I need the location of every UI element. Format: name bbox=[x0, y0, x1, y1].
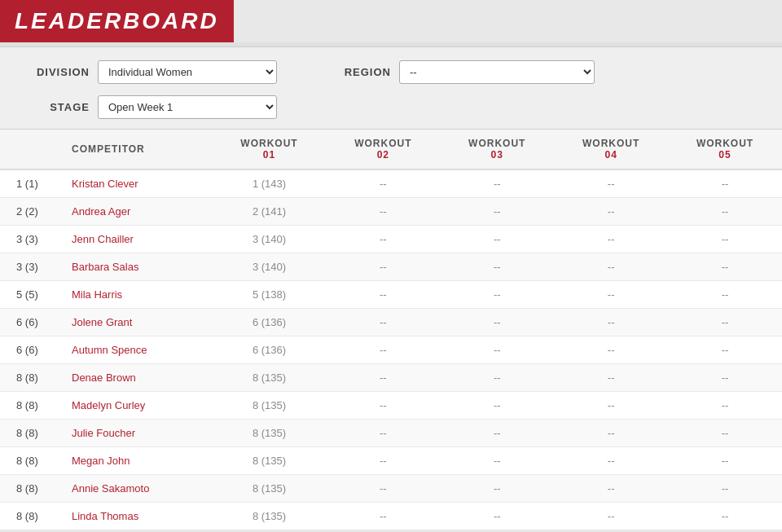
w01-cell: 3 (140) bbox=[213, 226, 327, 253]
page-title: LEADERBOARD bbox=[15, 8, 219, 33]
region-label: REGION bbox=[342, 66, 391, 78]
table-row: 1 (1)Kristan Clever1 (143)-------- bbox=[0, 169, 782, 198]
w05-cell: -- bbox=[668, 198, 782, 226]
col-header-w02: WORKOUT02 bbox=[326, 130, 440, 169]
name-cell[interactable]: Annie Sakamoto bbox=[65, 475, 213, 503]
w04-cell: -- bbox=[554, 309, 668, 336]
w01-cell: 6 (136) bbox=[213, 309, 327, 336]
name-cell[interactable]: Jenn Chailler bbox=[65, 226, 213, 253]
rank-cell: 8 (8) bbox=[0, 503, 65, 530]
table-row: 3 (3)Barbara Salas3 (140)-------- bbox=[0, 253, 782, 281]
rank-cell: 8 (8) bbox=[0, 364, 65, 392]
w04-cell: -- bbox=[554, 420, 668, 447]
w02-cell: -- bbox=[326, 309, 440, 336]
w03-cell: -- bbox=[440, 309, 554, 336]
w04-cell: -- bbox=[554, 364, 668, 392]
name-cell[interactable]: Kristan Clever bbox=[65, 169, 213, 198]
w03-cell: -- bbox=[440, 253, 554, 281]
w01-cell: 8 (135) bbox=[213, 392, 327, 420]
name-cell[interactable]: Andrea Ager bbox=[65, 198, 213, 226]
stage-label: STAGE bbox=[33, 101, 90, 113]
w04-cell: -- bbox=[554, 336, 668, 364]
w01-cell: 6 (136) bbox=[213, 336, 327, 364]
w05-cell: -- bbox=[668, 169, 782, 198]
w03-cell: -- bbox=[440, 226, 554, 253]
name-cell[interactable]: Barbara Salas bbox=[65, 253, 213, 281]
w01-cell: 8 (135) bbox=[213, 364, 327, 392]
rank-cell: 3 (3) bbox=[0, 226, 65, 253]
w03-cell: -- bbox=[440, 392, 554, 420]
w02-cell: -- bbox=[326, 198, 440, 226]
rank-cell: 8 (8) bbox=[0, 392, 65, 420]
w05-cell: -- bbox=[668, 475, 782, 503]
rank-cell: 6 (6) bbox=[0, 336, 65, 364]
col-header-competitor: COMPETITOR bbox=[65, 130, 213, 169]
table-row: 8 (8)Megan John8 (135)-------- bbox=[0, 447, 782, 475]
w03-cell: -- bbox=[440, 475, 554, 503]
w02-cell: -- bbox=[326, 336, 440, 364]
w04-cell: -- bbox=[554, 169, 668, 198]
w02-cell: -- bbox=[326, 447, 440, 475]
col-header-w03: WORKOUT03 bbox=[440, 130, 554, 169]
w04-cell: -- bbox=[554, 447, 668, 475]
w05-cell: -- bbox=[668, 364, 782, 392]
w02-cell: -- bbox=[326, 169, 440, 198]
rank-cell: 8 (8) bbox=[0, 475, 65, 503]
table-header-row: COMPETITOR WORKOUT01 WORKOUT02 WORKOUT03… bbox=[0, 130, 782, 169]
w01-cell: 5 (138) bbox=[213, 281, 327, 309]
table-row: 5 (5)Mila Harris5 (138)-------- bbox=[0, 281, 782, 309]
table-row: 2 (2)Andrea Ager2 (141)-------- bbox=[0, 198, 782, 226]
w03-cell: -- bbox=[440, 198, 554, 226]
table-row: 8 (8)Denae Brown8 (135)-------- bbox=[0, 364, 782, 392]
name-cell[interactable]: Linda Thomas bbox=[65, 503, 213, 530]
w05-cell: -- bbox=[668, 309, 782, 336]
col-header-w04: WORKOUT04 bbox=[554, 130, 668, 169]
w01-cell: 2 (141) bbox=[213, 198, 327, 226]
name-cell[interactable]: Julie Foucher bbox=[65, 420, 213, 447]
rank-cell: 2 (2) bbox=[0, 198, 65, 226]
w02-cell: -- bbox=[326, 420, 440, 447]
w04-cell: -- bbox=[554, 198, 668, 226]
w04-cell: -- bbox=[554, 475, 668, 503]
w01-cell: 8 (135) bbox=[213, 503, 327, 530]
name-cell[interactable]: Denae Brown bbox=[65, 364, 213, 392]
name-cell[interactable]: Jolene Grant bbox=[65, 309, 213, 336]
name-cell[interactable]: Autumn Spence bbox=[65, 336, 213, 364]
division-select[interactable]: Individual Women Individual Men Team bbox=[98, 60, 277, 84]
w01-cell: 1 (143) bbox=[213, 169, 327, 198]
name-cell[interactable]: Mila Harris bbox=[65, 281, 213, 309]
col-header-w01: WORKOUT01 bbox=[213, 130, 327, 169]
table-row: 8 (8)Madelyn Curley8 (135)-------- bbox=[0, 392, 782, 420]
w02-cell: -- bbox=[326, 503, 440, 530]
w04-cell: -- bbox=[554, 253, 668, 281]
w04-cell: -- bbox=[554, 392, 668, 420]
w04-cell: -- bbox=[554, 226, 668, 253]
w01-cell: 8 (135) bbox=[213, 475, 327, 503]
rank-cell: 8 (8) bbox=[0, 447, 65, 475]
stage-select[interactable]: Open Week 1 Open Week 2 Open Week 3 Open… bbox=[98, 95, 277, 119]
w05-cell: -- bbox=[668, 336, 782, 364]
leaderboard-table: COMPETITOR WORKOUT01 WORKOUT02 WORKOUT03… bbox=[0, 130, 782, 530]
table-row: 8 (8)Linda Thomas8 (135)-------- bbox=[0, 503, 782, 530]
w02-cell: -- bbox=[326, 226, 440, 253]
w01-cell: 8 (135) bbox=[213, 447, 327, 475]
table-row: 6 (6)Jolene Grant6 (136)-------- bbox=[0, 309, 782, 336]
w05-cell: -- bbox=[668, 503, 782, 530]
w05-cell: -- bbox=[668, 420, 782, 447]
name-cell[interactable]: Madelyn Curley bbox=[65, 392, 213, 420]
name-cell[interactable]: Megan John bbox=[65, 447, 213, 475]
w03-cell: -- bbox=[440, 281, 554, 309]
w02-cell: -- bbox=[326, 281, 440, 309]
table-row: 6 (6)Autumn Spence6 (136)-------- bbox=[0, 336, 782, 364]
w02-cell: -- bbox=[326, 392, 440, 420]
region-select[interactable]: -- North America Europe Asia Latin Ameri… bbox=[399, 60, 595, 84]
header-banner: LEADERBOARD bbox=[0, 0, 234, 42]
w05-cell: -- bbox=[668, 226, 782, 253]
w04-cell: -- bbox=[554, 503, 668, 530]
col-header-w05: WORKOUT05 bbox=[668, 130, 782, 169]
w03-cell: -- bbox=[440, 420, 554, 447]
w02-cell: -- bbox=[326, 253, 440, 281]
w01-cell: 3 (140) bbox=[213, 253, 327, 281]
w02-cell: -- bbox=[326, 364, 440, 392]
rank-cell: 5 (5) bbox=[0, 281, 65, 309]
